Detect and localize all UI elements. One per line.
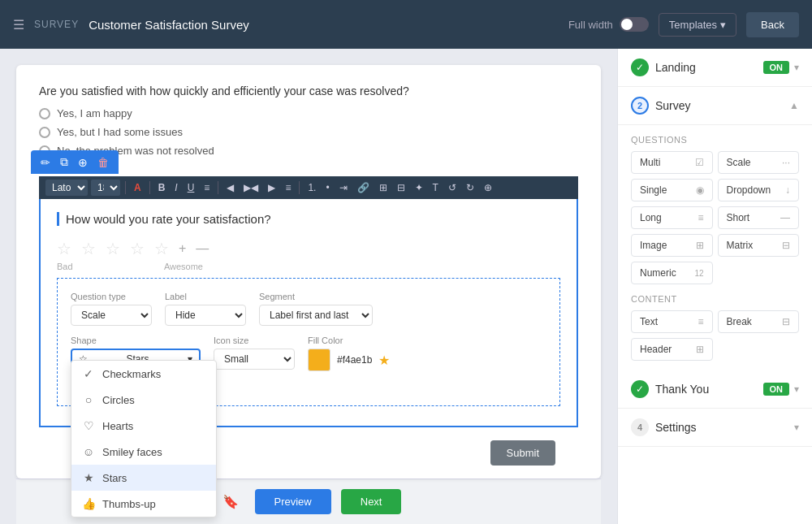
text-color-button[interactable]: A xyxy=(131,180,145,195)
matrix-icon: ⊟ xyxy=(782,240,790,251)
circles-icon: ○ xyxy=(81,393,96,406)
list-indent-button[interactable]: ≡ xyxy=(201,180,213,195)
left-panel: Are you satisfied with how quickly and e… xyxy=(0,49,617,524)
back-button[interactable]: Back xyxy=(746,12,799,37)
remove-star-button[interactable]: — xyxy=(196,241,209,256)
checkmarks-label: Checkmarks xyxy=(102,368,161,380)
landing-row: ✓ Landing ON ▾ xyxy=(631,58,799,76)
templates-button[interactable]: Templates ▾ xyxy=(659,13,736,37)
short-icon: — xyxy=(780,212,790,223)
special-button[interactable]: ✦ xyxy=(412,180,426,195)
align-center-button[interactable]: ▶◀ xyxy=(240,180,261,195)
thankyou-chevron-icon[interactable]: ▾ xyxy=(794,383,799,395)
shape-checkmarks[interactable]: ✓ Checkmarks xyxy=(71,361,216,387)
fullwidth-toggle-group: Full width xyxy=(568,17,649,32)
short-button[interactable]: Short — xyxy=(718,206,800,229)
multi-label: Multi xyxy=(640,157,660,168)
menu-icon[interactable]: ☰ xyxy=(13,17,24,32)
segment-label: Segment xyxy=(259,292,373,301)
numeric-button[interactable]: Numeric 12 xyxy=(631,262,713,284)
long-button[interactable]: Long ≡ xyxy=(631,206,713,229)
survey-question: Are you satisfied with how quickly and e… xyxy=(39,84,578,97)
color-hex: #f4ae1b xyxy=(337,354,372,366)
delete-icon[interactable]: 🗑 xyxy=(94,154,112,171)
smiley-label: Smiley faces xyxy=(102,446,162,458)
color-swatch[interactable] xyxy=(308,349,330,371)
add-star-button[interactable]: + xyxy=(179,241,186,256)
star-5[interactable]: ☆ xyxy=(154,239,169,258)
question-type-select[interactable]: Scale xyxy=(71,305,152,326)
label-select[interactable]: Hide xyxy=(165,305,246,326)
stars-row: ☆ ☆ ☆ ☆ ☆ + — xyxy=(57,239,560,258)
chevron-down-icon: ▾ xyxy=(720,19,726,31)
image-button[interactable]: ⊞ xyxy=(376,180,391,195)
link-button[interactable]: 🔗 xyxy=(354,180,373,195)
shape-circles[interactable]: ○ Circles xyxy=(71,387,216,413)
star-2[interactable]: ☆ xyxy=(81,239,96,258)
align-left-button[interactable]: ◀ xyxy=(223,180,237,195)
landing-check-icon: ✓ xyxy=(631,58,649,76)
survey-chevron-icon[interactable]: ▲ xyxy=(789,100,799,111)
fullwidth-toggle[interactable] xyxy=(620,17,649,32)
matrix-button[interactable]: Matrix ⊟ xyxy=(718,234,800,257)
ol-button[interactable]: 1. xyxy=(304,180,319,195)
edit-pencil-icon[interactable]: ✏ xyxy=(37,154,54,171)
option-1-label: Yes, I am happy xyxy=(57,107,132,119)
italic-button[interactable]: I xyxy=(171,180,180,195)
undo-button[interactable]: ↺ xyxy=(445,180,460,195)
long-label: Long xyxy=(640,212,662,223)
star-1[interactable]: ☆ xyxy=(57,239,71,258)
smiley-icon: ☺ xyxy=(81,445,96,458)
star-4[interactable]: ☆ xyxy=(130,239,145,258)
dropdown-button[interactable]: Dropdown ↓ xyxy=(718,179,800,201)
star-3[interactable]: ☆ xyxy=(106,239,120,258)
radio-icon xyxy=(39,108,50,119)
indent-button[interactable]: ⇥ xyxy=(336,180,351,195)
thankyou-controls: ON ▾ xyxy=(763,383,800,396)
move-up-icon[interactable]: ⊕ xyxy=(75,154,91,171)
separator xyxy=(299,181,300,194)
multi-button[interactable]: Multi ☑ xyxy=(631,151,713,174)
more-button[interactable]: ⊕ xyxy=(481,180,495,195)
image-button[interactable]: Image ⊞ xyxy=(631,234,713,257)
ul-button[interactable]: • xyxy=(322,180,332,195)
copy-icon[interactable]: ⧉ xyxy=(57,154,71,171)
settings-chevron-icon[interactable]: ▾ xyxy=(794,422,799,433)
shape-smiley[interactable]: ☺ Smiley faces xyxy=(71,439,216,465)
hearts-icon: ♡ xyxy=(81,419,96,432)
shape-stars[interactable]: ★ Stars xyxy=(71,465,216,491)
text-button[interactable]: Text ≡ xyxy=(631,310,713,333)
font-select[interactable]: Lato xyxy=(45,180,88,196)
header-icon: ⊞ xyxy=(696,344,704,355)
size-select[interactable]: 18 xyxy=(91,180,120,196)
bookmark-icon-button[interactable]: 🔖 xyxy=(216,491,245,513)
header-button[interactable]: Header ⊞ xyxy=(631,338,713,361)
shape-thumbsup[interactable]: 👍 Thumbs-up xyxy=(71,491,216,517)
table-button[interactable]: ⊟ xyxy=(394,180,408,195)
shape-hearts[interactable]: ♡ Hearts xyxy=(71,413,216,439)
next-button[interactable]: Next xyxy=(341,489,402,514)
options-panel: Question type Scale Label Hide xyxy=(57,278,560,406)
align-right-button[interactable]: ▶ xyxy=(265,180,279,195)
survey-number-icon: 2 xyxy=(631,97,649,115)
underline-button[interactable]: U xyxy=(184,180,198,195)
bold-button[interactable]: B xyxy=(155,180,169,195)
break-label: Break xyxy=(727,316,752,327)
submit-button[interactable]: Submit xyxy=(490,440,555,466)
app-header: ☰ SURVEY Customer Satisfaction Survey Fu… xyxy=(0,0,812,49)
segment-select[interactable]: Label first and last xyxy=(259,305,373,326)
break-button[interactable]: Break ⊟ xyxy=(718,310,800,333)
text-label: Text xyxy=(640,316,658,327)
redo-button[interactable]: ↻ xyxy=(463,180,477,195)
text-icon: ≡ xyxy=(698,316,703,327)
justify-button[interactable]: ≡ xyxy=(282,180,294,195)
text-format-button[interactable]: T xyxy=(430,180,442,195)
sidebar-section-thankyou: ✓ Thank You ON ▾ xyxy=(618,370,812,409)
question-edit-area[interactable]: How would you rate your satisfaction? ☆ … xyxy=(39,199,578,427)
icon-size-group: Icon size Small xyxy=(214,336,295,370)
scale-button[interactable]: Scale ··· xyxy=(718,151,800,174)
single-button[interactable]: Single ◉ xyxy=(631,179,713,201)
landing-chevron-icon[interactable]: ▾ xyxy=(794,62,799,73)
icon-size-select[interactable]: Small xyxy=(214,349,295,370)
preview-button[interactable]: Preview xyxy=(255,489,331,514)
